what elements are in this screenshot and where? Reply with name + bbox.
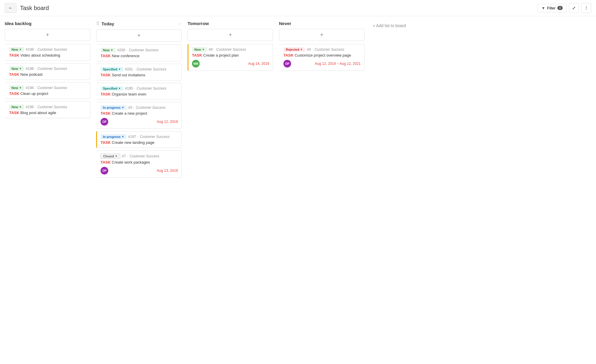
task-label: TASK bbox=[101, 73, 111, 77]
card-id: #201 · bbox=[125, 67, 135, 71]
add-card-button[interactable]: + bbox=[279, 29, 365, 41]
card-project: Customer Success bbox=[37, 86, 67, 90]
column-title: Today bbox=[101, 21, 114, 26]
filter-button[interactable]: ▼ Filter 0 bbox=[538, 4, 567, 12]
status-badge[interactable]: New ▼ bbox=[9, 105, 24, 109]
card-meta: Specified ▼#195 ·Customer Success bbox=[101, 86, 178, 91]
status-badge[interactable]: New ▼ bbox=[9, 66, 24, 71]
card[interactable]: Closed ▼#7 ·Customer SuccessTASK Create … bbox=[96, 150, 182, 178]
card-project: Customer Success bbox=[315, 47, 344, 52]
column-today: ⠿Today···+New ▼#200 ·Customer SuccessTAS… bbox=[96, 21, 182, 180]
card-title: TASK Clean up project bbox=[9, 91, 86, 96]
task-label: TASK bbox=[101, 54, 111, 58]
card-project: Customer Success bbox=[137, 86, 166, 90]
status-badge[interactable]: Rejected ▼ bbox=[283, 47, 305, 52]
card-project: Customer Success bbox=[216, 47, 246, 52]
avatar: OP bbox=[101, 118, 108, 126]
drag-handle-icon[interactable]: ⠿ bbox=[96, 21, 100, 27]
card-date: Aug 12, 2019 – Aug 12, 2021 bbox=[315, 62, 361, 66]
card-date: Aug 12, 2019 bbox=[157, 120, 178, 124]
card-project: Customer Success bbox=[130, 154, 160, 158]
card-meta: New ▼#196 ·Customer Success bbox=[9, 105, 86, 109]
card-meta: In progress ▼#197 ·Customer Success bbox=[101, 134, 178, 139]
card[interactable]: New ▼#199 ·Customer SuccessTASK Video ab… bbox=[5, 44, 90, 61]
card-project: Customer Success bbox=[137, 67, 166, 71]
card[interactable]: New ▼#200 ·Customer SuccessTASK New conf… bbox=[96, 45, 182, 61]
task-label: TASK bbox=[192, 53, 202, 57]
card[interactable]: Specified ▼#195 ·Customer SuccessTASK Or… bbox=[96, 83, 182, 100]
header-actions: ▼ Filter 0 ⤢ ⋮ bbox=[538, 3, 591, 13]
card-title: TASK Create a project plan bbox=[192, 53, 269, 57]
card[interactable]: New ▼#196 ·Customer SuccessTASK Blog pos… bbox=[5, 101, 90, 118]
card-id: #8 · bbox=[209, 47, 215, 52]
card-project: Customer Success bbox=[140, 135, 170, 139]
card-meta: Closed ▼#7 ·Customer Success bbox=[101, 154, 178, 159]
status-badge[interactable]: New ▼ bbox=[9, 85, 24, 90]
card-meta: In progress ▼#3 ·Customer Success bbox=[101, 105, 178, 110]
add-card-button[interactable]: + bbox=[5, 29, 90, 41]
filter-count-badge: 0 bbox=[557, 6, 563, 10]
card-footer: OPAug 13, 2019 bbox=[101, 167, 178, 174]
card-meta: New ▼#198 ·Customer Success bbox=[9, 66, 86, 71]
card-title: TASK Create work packages bbox=[101, 160, 178, 164]
card-footer: MMAug 14, 2019 bbox=[192, 60, 269, 67]
status-badge[interactable]: In progress ▼ bbox=[101, 105, 127, 110]
column-title: Never bbox=[279, 21, 291, 26]
add-card-button[interactable]: + bbox=[96, 29, 182, 42]
card-title: TASK Create a new project bbox=[101, 111, 178, 116]
column-header: ⠿Today··· bbox=[96, 21, 182, 27]
card[interactable]: Rejected ▼#4 ·Customer SuccessTASK Custo… bbox=[279, 44, 365, 71]
status-badge[interactable]: Specified ▼ bbox=[101, 67, 123, 72]
task-label: TASK bbox=[9, 91, 19, 96]
card[interactable]: In progress ▼#197 ·Customer SuccessTASK … bbox=[96, 131, 182, 148]
add-card-button[interactable]: + bbox=[188, 29, 273, 41]
card-id: #195 · bbox=[125, 86, 135, 90]
status-badge[interactable]: New ▼ bbox=[101, 48, 116, 52]
card[interactable]: New ▼#198 ·Customer SuccessTASK New podc… bbox=[5, 63, 90, 80]
card[interactable]: Specified ▼#201 ·Customer SuccessTASK Se… bbox=[96, 64, 182, 80]
task-label: TASK bbox=[9, 72, 19, 77]
status-badge[interactable]: Closed ▼ bbox=[101, 154, 120, 159]
fullscreen-icon: ⤢ bbox=[572, 6, 576, 10]
avatar: MM bbox=[192, 60, 200, 67]
card[interactable]: In progress ▼#3 ·Customer SuccessTASK Cr… bbox=[96, 102, 182, 129]
card-project: Customer Success bbox=[37, 105, 67, 109]
column-title: Idea backlog bbox=[5, 21, 32, 26]
card-id: #194 · bbox=[26, 86, 36, 90]
card-date: Aug 13, 2019 bbox=[157, 169, 178, 173]
card-meta: New ▼#200 ·Customer Success bbox=[101, 48, 178, 52]
task-label: TASK bbox=[101, 160, 111, 164]
card-title: TASK Video about scheduling bbox=[9, 53, 86, 57]
card-meta: New ▼#8 ·Customer Success bbox=[192, 47, 269, 52]
column-idea-backlog: Idea backlog+New ▼#199 ·Customer Success… bbox=[5, 21, 90, 121]
card[interactable]: New ▼#194 ·Customer SuccessTASK Clean up… bbox=[5, 82, 90, 99]
add-list-button[interactable]: + Add list to board bbox=[370, 21, 408, 30]
card-footer: OPAug 12, 2019 bbox=[101, 118, 178, 126]
column-more-icon[interactable]: ··· bbox=[178, 21, 182, 27]
column-header: Idea backlog bbox=[5, 21, 90, 26]
card-meta: Specified ▼#201 ·Customer Success bbox=[101, 67, 178, 72]
status-badge[interactable]: In progress ▼ bbox=[101, 134, 127, 139]
card-title: TASK Create new landing page bbox=[101, 140, 178, 145]
task-label: TASK bbox=[9, 111, 19, 115]
card-id: #197 · bbox=[128, 135, 138, 139]
card-project: Customer Success bbox=[129, 48, 159, 52]
status-badge[interactable]: New ▼ bbox=[192, 47, 207, 52]
status-badge[interactable]: Specified ▼ bbox=[101, 86, 123, 91]
more-options-button[interactable]: ⋮ bbox=[581, 3, 591, 13]
task-label: TASK bbox=[283, 53, 293, 57]
card-id: #200 · bbox=[117, 48, 127, 52]
page-title: Task board bbox=[20, 5, 534, 11]
card[interactable]: New ▼#8 ·Customer SuccessTASK Create a p… bbox=[188, 44, 273, 71]
card-id: #198 · bbox=[26, 67, 36, 71]
card-meta: Rejected ▼#4 ·Customer Success bbox=[283, 47, 361, 52]
card-title: TASK Customize project overview page bbox=[283, 53, 361, 57]
filter-icon: ▼ bbox=[541, 6, 545, 10]
status-badge[interactable]: New ▼ bbox=[9, 47, 24, 52]
card-id: #199 · bbox=[26, 47, 36, 52]
card-id: #196 · bbox=[26, 105, 36, 109]
back-button[interactable]: ← bbox=[5, 3, 17, 13]
page-header: ← Task board ▼ Filter 0 ⤢ ⋮ bbox=[0, 0, 596, 16]
task-label: TASK bbox=[9, 53, 19, 57]
fullscreen-button[interactable]: ⤢ bbox=[569, 3, 579, 13]
